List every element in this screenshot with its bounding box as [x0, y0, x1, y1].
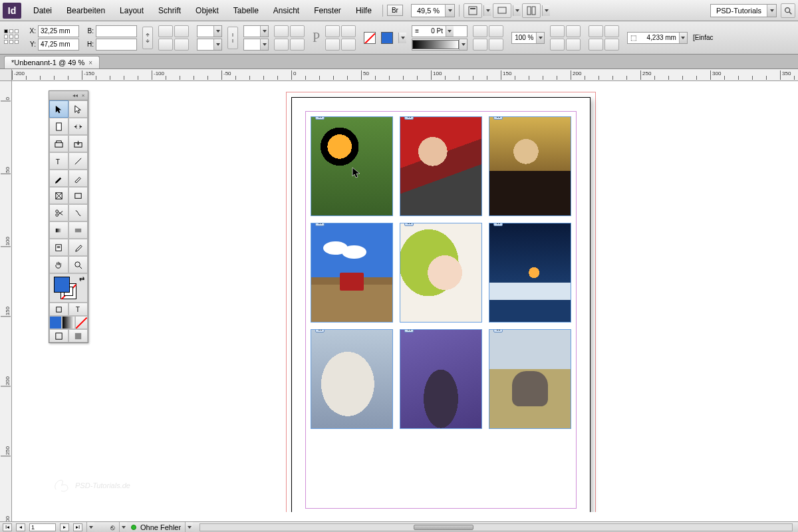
apply-gradient-icon[interactable]	[62, 316, 74, 329]
pen-tool[interactable]	[49, 170, 68, 187]
x-input[interactable]	[38, 25, 79, 37]
arrange-documents-icon[interactable]	[522, 3, 541, 18]
type-tool[interactable]: T	[49, 152, 68, 170]
chevron-down-icon[interactable]	[445, 5, 454, 17]
zoom-level-combo[interactable]: 49,5 %	[411, 4, 455, 17]
prev-page-button[interactable]: ◂	[16, 523, 25, 531]
menu-objekt[interactable]: Objekt	[189, 3, 225, 18]
document-tab[interactable]: *Unbenannt-1 @ 49 % ×	[4, 56, 100, 68]
hand-tool[interactable]	[49, 256, 68, 273]
stroke-style-combo[interactable]	[412, 39, 467, 51]
close-icon[interactable]: ×	[88, 59, 92, 66]
content-placer-tool[interactable]	[68, 135, 88, 152]
shear-combo[interactable]	[243, 39, 269, 51]
preview-view-icon[interactable]	[68, 329, 88, 342]
menu-layout[interactable]: Layout	[113, 3, 150, 18]
menu-hilfe[interactable]: Hilfe	[349, 3, 378, 18]
menu-datei[interactable]: Datei	[27, 3, 59, 18]
apply-color-icon[interactable]	[49, 316, 62, 329]
vertical-ruler[interactable]: 050100150200250300	[0, 81, 12, 521]
tools-panel[interactable]: ◂◂× T	[49, 90, 88, 343]
content-collector-tool[interactable]	[49, 135, 68, 152]
image-frame-1[interactable]: ⌘	[311, 116, 393, 216]
opacity-combo[interactable]: 100 %	[511, 32, 545, 44]
chevron-down-icon[interactable]	[513, 5, 521, 16]
gap-tool[interactable]	[68, 118, 88, 135]
image-frame-2[interactable]: ⌘	[400, 116, 482, 216]
chevron-down-icon[interactable]	[398, 33, 406, 43]
eyedropper-tool[interactable]	[68, 239, 88, 256]
paragraph-icon[interactable]: P	[313, 30, 320, 45]
chevron-down-icon[interactable]	[542, 5, 550, 16]
none-swatch-icon[interactable]	[364, 32, 376, 44]
screen-mode-icon[interactable]	[493, 3, 511, 18]
open-icon[interactable]: ⎋	[110, 523, 115, 531]
fill-stroke-swatches[interactable]: ⇄	[49, 273, 88, 303]
w-input[interactable]	[96, 25, 137, 37]
page-number-input[interactable]	[29, 523, 56, 531]
chevron-down-icon[interactable]	[185, 522, 193, 533]
ruler-origin[interactable]	[0, 69, 12, 81]
corner-size-combo[interactable]: ⬚4,233 mm	[627, 32, 687, 44]
horizontal-scrollbar[interactable]	[200, 523, 793, 531]
y-input[interactable]	[38, 39, 79, 51]
rectangle-tool[interactable]	[68, 187, 88, 204]
constrain-proportions-icon[interactable]	[142, 27, 153, 49]
scale-y-combo[interactable]	[197, 39, 222, 51]
panel-header[interactable]: ◂◂×	[49, 91, 88, 100]
formatting-text-icon[interactable]: T	[68, 303, 88, 316]
search-icon[interactable]	[781, 3, 795, 18]
fitting-buttons[interactable]	[589, 25, 622, 51]
free-transform-tool[interactable]	[68, 204, 88, 221]
canvas[interactable]: ◂◂× T	[12, 81, 798, 512]
zoom-tool[interactable]	[68, 256, 88, 273]
select-buttons[interactable]	[325, 25, 358, 51]
collapse-icon[interactable]: ◂◂	[72, 93, 78, 98]
first-page-button[interactable]: I◂	[3, 523, 12, 531]
image-frame-3[interactable]: ⌘	[489, 116, 571, 216]
stroke-weight-combo[interactable]: ≡0 Pt	[412, 25, 467, 37]
reference-point-grid[interactable]	[4, 29, 21, 47]
text-wrap-buttons[interactable]	[550, 25, 583, 51]
direct-selection-tool[interactable]	[68, 100, 88, 118]
menu-tabelle[interactable]: Tabelle	[227, 3, 265, 18]
selection-tool[interactable]	[49, 100, 68, 118]
h-input[interactable]	[96, 39, 137, 51]
fill-swatch[interactable]	[381, 32, 393, 44]
chevron-down-icon[interactable]	[767, 5, 776, 17]
image-frame-6[interactable]: ⌘	[489, 223, 571, 323]
image-frame-5[interactable]: ⌘	[400, 223, 482, 323]
workspace-switcher[interactable]: PSD-Tutorials	[710, 4, 777, 17]
fill-color-swatch[interactable]	[54, 277, 70, 293]
view-options-icon[interactable]	[464, 3, 482, 18]
menu-bearbeiten[interactable]: Bearbeiten	[60, 3, 112, 18]
image-frame-9[interactable]: ⌘	[489, 329, 571, 429]
page-tool[interactable]	[49, 118, 68, 135]
gradient-feather-tool[interactable]	[68, 221, 88, 239]
note-tool[interactable]	[49, 239, 68, 256]
scale-x-combo[interactable]	[197, 25, 222, 37]
scissors-tool[interactable]	[49, 204, 68, 221]
close-icon[interactable]: ×	[80, 93, 86, 98]
image-frame-7[interactable]: ⌘	[311, 329, 393, 429]
effects-buttons[interactable]	[473, 25, 506, 51]
chevron-down-icon[interactable]	[483, 5, 491, 16]
gradient-swatch-tool[interactable]	[49, 221, 68, 239]
normal-view-icon[interactable]	[49, 329, 68, 342]
chevron-down-icon[interactable]	[86, 522, 94, 533]
image-frame-4[interactable]: ⌘	[311, 223, 393, 323]
swap-colors-icon[interactable]: ⇄	[79, 275, 84, 283]
menu-ansicht[interactable]: Ansicht	[267, 3, 306, 18]
formatting-container-icon[interactable]	[49, 303, 68, 316]
image-frame-8[interactable]: ⌘	[400, 329, 482, 429]
horizontal-ruler[interactable]: -200-150-100-50050100150200250300350	[12, 69, 798, 81]
bridge-button[interactable]: Br	[387, 5, 403, 16]
last-page-button[interactable]: ▸I	[73, 523, 82, 531]
menu-fenster[interactable]: Fenster	[307, 3, 348, 18]
page[interactable]: ⌘ ⌘ ⌘ ⌘ ⌘ ⌘ ⌘ ⌘ ⌘	[291, 97, 591, 512]
next-page-button[interactable]: ▸	[60, 523, 69, 531]
chevron-down-icon[interactable]	[119, 522, 127, 533]
menu-schrift[interactable]: Schrift	[152, 3, 188, 18]
apply-none-icon[interactable]	[75, 316, 88, 329]
scale-buttons[interactable]	[158, 25, 192, 51]
